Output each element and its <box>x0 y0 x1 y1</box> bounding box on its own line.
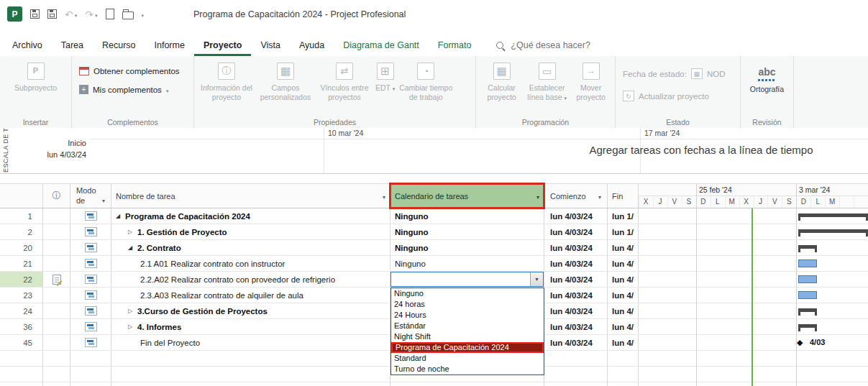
task-name-cell[interactable]: Fin del Proyecto <box>111 335 390 350</box>
menu-tab-tarea[interactable]: Tarea <box>52 35 93 56</box>
start-column-header[interactable]: Comienzo <box>544 184 608 208</box>
gantt-summary-bar[interactable] <box>798 229 868 233</box>
new-document-button[interactable] <box>106 7 114 22</box>
timeline-pane[interactable]: ESCALA DE T Inicio lun 4/03/24 10 mar '2… <box>0 128 868 174</box>
task-calendar-cell[interactable]: Ninguno <box>390 224 544 239</box>
task-name-cell[interactable]: 1. Gestión de Proyecto <box>111 224 390 239</box>
task-finish-cell[interactable]: lun 1/ <box>608 208 639 224</box>
row-number-cell[interactable]: 2 <box>0 224 43 239</box>
collapse-triangle-icon[interactable] <box>116 213 125 219</box>
calendar-option-24-horas[interactable]: 24 horas <box>391 299 544 310</box>
expand-triangle-icon[interactable] <box>128 229 137 235</box>
calendar-filter-caret-icon[interactable] <box>534 192 539 201</box>
row-number-cell[interactable]: 24 <box>0 303 43 318</box>
redo-button[interactable] <box>85 7 97 22</box>
gantt-milestone-diamond-icon[interactable] <box>797 338 803 347</box>
subproject-button[interactable]: Subproyecto <box>13 59 58 108</box>
calendar-option-turno-de-noche[interactable]: Turno de noche <box>391 364 544 374</box>
calendar-option-programa-de-capacitacion-2024[interactable]: Programa de Capacitación 2024 <box>391 342 544 353</box>
mode-filter-caret-icon[interactable] <box>99 196 105 206</box>
task-finish-cell[interactable]: lun 4/ <box>608 256 639 271</box>
menu-tab-archivo[interactable]: Archivo <box>3 35 52 56</box>
tell-me-search[interactable]: ¿Qué desea hacer? <box>496 35 590 56</box>
calendar-column-header[interactable]: Calendario de tareas <box>390 184 544 208</box>
wbs-button[interactable]: EDT <box>374 59 396 108</box>
project-logo-icon[interactable]: P <box>7 6 22 22</box>
task-start-cell[interactable]: lun 4/03/24 <box>544 240 608 255</box>
row-number-cell[interactable] <box>0 367 43 382</box>
task-finish-cell[interactable] <box>608 351 639 366</box>
menu-tab-vista[interactable]: Vista <box>251 35 290 56</box>
task-name-cell[interactable]: 3.Curso de Gestión de Proyectos <box>111 303 390 318</box>
task-name-cell[interactable]: 2.2.A02 Realizar contrato con proveedor … <box>111 272 390 287</box>
task-name-cell[interactable]: Programa de Capacitación 2024 <box>111 208 390 224</box>
change-working-time-button[interactable]: Cambiar tiempo de trabajo <box>396 59 455 108</box>
calendar-combobox[interactable] <box>390 272 544 287</box>
my-addins-button[interactable]: + Mis complementos <box>75 83 173 96</box>
task-name-cell[interactable]: 2.1 A01 Realizar contrato con instructor <box>111 256 390 271</box>
task-finish-cell[interactable]: lun 1/ <box>608 224 639 239</box>
customize-qat-button[interactable] <box>142 7 145 22</box>
task-calendar-cell[interactable] <box>390 382 544 386</box>
row-number-cell[interactable]: 21 <box>0 256 43 271</box>
row-number-cell[interactable]: 20 <box>0 240 43 255</box>
task-name-cell[interactable] <box>111 367 390 382</box>
task-start-cell[interactable] <box>544 382 608 386</box>
custom-fields-button[interactable]: Campos personalizados <box>256 59 315 108</box>
mode-column-header[interactable]: Modo de <box>70 184 111 208</box>
undo-button[interactable] <box>65 7 77 22</box>
info-column-header[interactable] <box>43 184 70 208</box>
menu-tab-informe[interactable]: Informe <box>145 35 194 56</box>
task-name-cell[interactable] <box>111 382 390 386</box>
task-finish-cell[interactable]: lun 4/ <box>608 335 639 350</box>
task-start-cell[interactable]: lun 4/03/24 <box>544 208 608 224</box>
calendar-option-ninguno[interactable]: Ninguno <box>391 288 544 299</box>
collapse-triangle-icon[interactable] <box>128 244 137 251</box>
row-number-cell[interactable]: 1 <box>0 208 43 224</box>
calendar-option-24-hours[interactable]: 24 Hours <box>391 310 544 321</box>
calculate-project-button[interactable]: Calcular proyecto <box>479 59 524 108</box>
gantt-task-bar[interactable] <box>798 275 817 283</box>
row-number-cell[interactable]: 36 <box>0 319 43 334</box>
task-start-cell[interactable]: lun 4/03/24 <box>544 224 608 239</box>
task-start-cell[interactable] <box>544 351 608 366</box>
expand-triangle-icon[interactable] <box>128 323 137 330</box>
task-calendar-cell[interactable]: Ninguno <box>390 240 544 255</box>
row-number-cell[interactable]: 23 <box>0 288 43 303</box>
set-baseline-button[interactable]: Establecer línea base <box>524 59 570 108</box>
contextual-tab-diagrama-de-gantt[interactable]: Diagrama de Gantt <box>334 35 429 56</box>
name-column-header[interactable]: Nombre de tarea <box>111 184 390 208</box>
spelling-button[interactable]: abc Ortografía <box>749 59 785 108</box>
task-finish-cell[interactable]: lun 4/ <box>608 240 639 255</box>
status-date-field[interactable]: Fecha de estado: NOD <box>618 67 729 81</box>
task-finish-cell[interactable] <box>608 382 639 386</box>
task-finish-cell[interactable]: lun 4/ <box>608 303 639 318</box>
task-start-cell[interactable]: lun 4/03/24 <box>544 288 608 303</box>
gantt-summary-bar[interactable] <box>798 308 817 312</box>
task-finish-cell[interactable]: lun 4/ <box>608 319 639 334</box>
row-number-cell[interactable]: 45 <box>0 335 43 350</box>
row-number-cell[interactable]: 22 <box>0 272 43 287</box>
save-button[interactable] <box>30 7 40 22</box>
task-start-cell[interactable]: lun 4/03/24 <box>544 303 608 318</box>
task-name-cell[interactable]: 4. Informes <box>111 319 390 334</box>
task-calendar-cell[interactable] <box>390 272 544 287</box>
gantt-summary-bar[interactable] <box>798 213 868 217</box>
task-start-cell[interactable]: lun 4/03/24 <box>544 272 608 287</box>
contextual-tab-formato[interactable]: Formato <box>429 35 481 56</box>
task-start-cell[interactable]: lun 4/03/24 <box>544 256 608 271</box>
row-number-cell[interactable] <box>0 351 43 366</box>
task-start-cell[interactable]: lun 4/03/24 <box>544 319 608 334</box>
select-all-corner[interactable] <box>0 184 43 208</box>
combobox-dropdown-button[interactable] <box>530 272 543 286</box>
start-filter-caret-icon[interactable] <box>595 192 601 201</box>
gantt-summary-bar[interactable] <box>798 245 817 249</box>
menu-tab-recurso[interactable]: Recurso <box>93 35 145 56</box>
links-between-projects-button[interactable]: Vínculos entre proyectos <box>315 59 374 108</box>
gantt-summary-bar[interactable] <box>798 324 817 328</box>
task-name-cell[interactable] <box>111 351 390 366</box>
task-name-cell[interactable]: 2.3.A03 Realizar contrato de alquiler de… <box>111 288 390 303</box>
finish-column-header[interactable]: Fin <box>608 184 639 208</box>
get-addins-button[interactable]: Obtener complementos <box>75 65 184 77</box>
task-finish-cell[interactable]: lun 4/ <box>608 272 639 287</box>
